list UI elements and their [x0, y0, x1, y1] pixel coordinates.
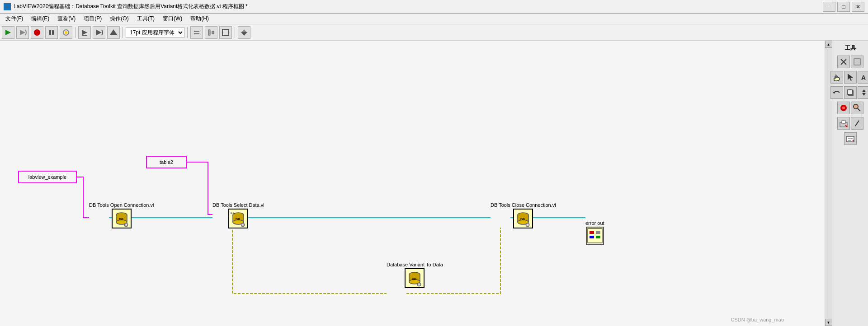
svg-marker-7: [82, 30, 87, 35]
svg-marker-10: [110, 29, 117, 35]
scroll-tool[interactable]: [858, 86, 868, 99]
svg-point-37: [242, 224, 244, 226]
panel-row-6: [844, 132, 857, 145]
svg-marker-62: [848, 74, 853, 81]
svg-text:DB: DB: [412, 277, 416, 280]
scroll-down-btn[interactable]: ▼: [825, 319, 832, 326]
step-into-btn[interactable]: [78, 26, 91, 39]
svg-rect-61: [854, 59, 860, 65]
menu-file[interactable]: 文件(F): [2, 14, 27, 23]
db-open-connection-node[interactable]: DB Tools Open Connection.vi DB: [89, 202, 154, 228]
svg-rect-55: [590, 231, 594, 234]
db-variant-label: Database Variant To Data: [387, 262, 443, 267]
svg-marker-17: [241, 32, 247, 36]
menu-tools[interactable]: 工具(T): [133, 14, 158, 23]
minimize-button[interactable]: ─: [823, 2, 835, 12]
menu-project[interactable]: 项目(P): [80, 14, 105, 23]
svg-text:DB: DB: [520, 218, 525, 221]
highlight-btn[interactable]: [60, 26, 72, 39]
breakpoint-tool[interactable]: [837, 102, 850, 114]
db-variant-node[interactable]: Database Variant To Data DB: [387, 262, 443, 288]
abort-btn[interactable]: [31, 26, 43, 39]
svg-rect-15: [222, 29, 229, 36]
error-out-node[interactable]: error out: [585, 220, 604, 245]
copy-tool[interactable]: [844, 86, 857, 99]
hand-tool[interactable]: [830, 71, 843, 84]
run-continuously-btn[interactable]: [16, 26, 29, 39]
toolbar-sep-2: [123, 27, 123, 38]
svg-text:DB: DB: [236, 218, 240, 221]
svg-point-2: [34, 29, 40, 36]
db-select-icon[interactable]: DB EL: [228, 209, 248, 228]
const-labview-example[interactable]: labview_example: [18, 171, 77, 183]
panel-title: 工具: [845, 44, 856, 52]
svg-point-45: [527, 224, 528, 226]
db-close-icon[interactable]: DB: [513, 209, 533, 228]
resize-btn[interactable]: [219, 26, 232, 39]
svg-marker-68: [862, 93, 866, 96]
toolbar-sep-1: [75, 27, 75, 38]
reorder-btn[interactable]: [238, 26, 250, 39]
menu-help[interactable]: 帮助(H): [187, 14, 212, 23]
terminal-tool[interactable]: [844, 132, 857, 145]
pause-btn[interactable]: [45, 26, 58, 39]
toolbar-sep-3: [187, 27, 188, 38]
distribute-btn[interactable]: [205, 26, 217, 39]
db-select-data-node[interactable]: DB Tools Select Data.vi DB EL: [212, 202, 264, 228]
svg-text:A: A: [861, 74, 866, 81]
svg-rect-3: [49, 30, 51, 35]
align-btn[interactable]: [190, 26, 203, 39]
panel-row-3: [830, 86, 868, 99]
svg-rect-56: [590, 236, 594, 238]
svg-text:DB: DB: [119, 218, 123, 221]
menu-edit[interactable]: 编辑(E): [28, 14, 53, 23]
svg-point-53: [419, 284, 420, 285]
probe-tool[interactable]: [851, 102, 863, 114]
menu-window[interactable]: 窗口(W): [159, 14, 186, 23]
db-variant-icon[interactable]: DB: [405, 268, 425, 288]
color-copy-tool[interactable]: [837, 117, 850, 130]
color-tool[interactable]: [851, 56, 863, 68]
title-bar-left: LabVIEW2020编程基础：Database Toolkit 查询数据库然后…: [4, 3, 248, 10]
svg-line-82: [853, 140, 854, 141]
svg-rect-14: [212, 31, 214, 34]
svg-line-72: [858, 108, 860, 111]
db-close-connection-node[interactable]: DB Tools Close Connection.vi DB: [491, 202, 556, 228]
svg-point-73: [854, 104, 858, 109]
right-panel: 工具: [832, 41, 868, 326]
toolbar-sep-4: [235, 27, 235, 38]
svg-rect-66: [848, 90, 852, 94]
svg-marker-9: [96, 30, 102, 35]
step-out-btn[interactable]: [107, 26, 120, 39]
menu-operate[interactable]: 操作(O): [106, 14, 132, 23]
title-bar-title: LabVIEW2020编程基础：Database Toolkit 查询数据库然后…: [14, 3, 248, 10]
wire-tool[interactable]: [830, 86, 843, 99]
error-indicator[interactable]: [586, 227, 604, 245]
svg-point-70: [842, 107, 845, 109]
maximize-button[interactable]: □: [837, 2, 850, 12]
svg-marker-1: [20, 30, 25, 35]
text-tool[interactable]: A: [858, 71, 868, 84]
step-over-btn[interactable]: [93, 26, 105, 39]
svg-text:EL: EL: [231, 211, 235, 214]
pencil-tool[interactable]: [851, 117, 863, 130]
cursor-tool[interactable]: [837, 56, 850, 68]
canvas[interactable]: labview_example table2 DB Tools Open Con…: [0, 41, 825, 326]
font-select[interactable]: 17pt 应用程序字体: [126, 27, 184, 38]
svg-rect-13: [208, 30, 210, 35]
run-arrow-btn[interactable]: [2, 26, 14, 39]
svg-line-77: [855, 121, 859, 126]
svg-rect-4: [52, 30, 54, 35]
pointer-tool[interactable]: [844, 71, 857, 84]
panel-row-4: [837, 102, 863, 114]
close-button[interactable]: ✕: [852, 2, 864, 12]
menu-view[interactable]: 查看(V): [54, 14, 79, 23]
svg-marker-67: [862, 89, 866, 92]
panel-row-2: A: [830, 71, 868, 84]
db-select-label: DB Tools Select Data.vi: [212, 202, 264, 208]
db-open-icon[interactable]: DB: [112, 209, 132, 228]
const-table2[interactable]: table2: [146, 156, 187, 168]
menu-bar: 文件(F) 编辑(E) 查看(V) 项目(P) 操作(O) 工具(T) 窗口(W…: [0, 14, 868, 24]
scroll-up-btn[interactable]: ▲: [825, 41, 832, 48]
svg-rect-75: [842, 121, 845, 123]
